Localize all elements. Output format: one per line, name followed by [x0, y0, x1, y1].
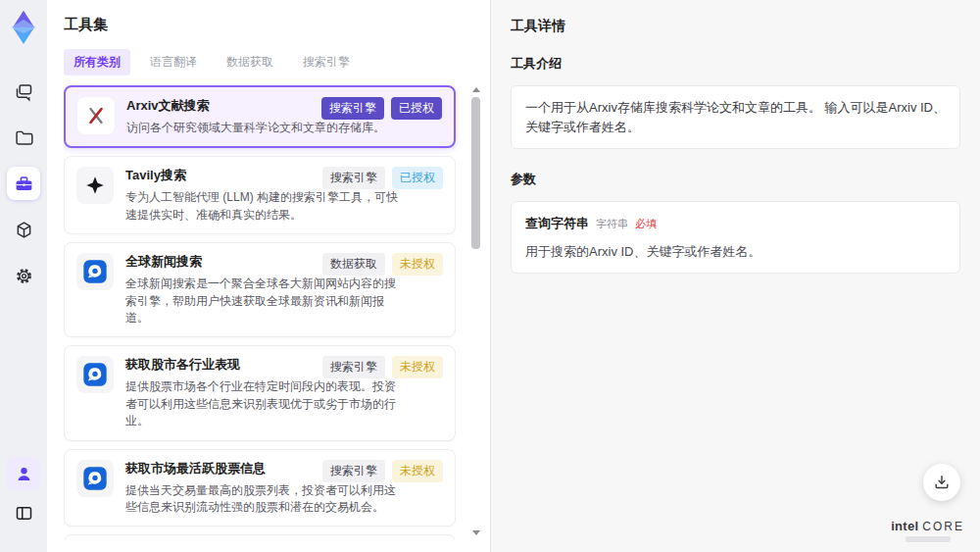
news-app-icon [76, 356, 114, 393]
core-brand-text: CORE [922, 520, 964, 533]
tab-language-translation[interactable]: 语言翻译 [140, 49, 207, 75]
arxiv-icon [77, 97, 115, 134]
tool-card-arxiv[interactable]: Arxiv文献搜索 访问各个研究领域大量科学论文和文章的存储库。 搜索引擎 已授… [64, 85, 456, 148]
auth-badge: 未授权 [392, 460, 443, 482]
tab-all-categories[interactable]: 所有类别 [64, 49, 130, 75]
sidebar-item-collapse[interactable] [7, 496, 40, 529]
sidebar-item-tools[interactable] [7, 167, 40, 200]
tool-intro-box: 一个用于从Arxiv存储库搜索科学论文和文章的工具。 输入可以是Arxiv ID… [511, 85, 960, 149]
detail-title: 工具详情 [511, 18, 960, 35]
param-name: 查询字符串 [525, 214, 589, 233]
sidebar [0, 0, 47, 552]
toolbox-icon [14, 174, 34, 194]
tool-card-regional-news[interactable]: 万维地区新闻查询 查询具体行政区划内的新闻，快速了解各地新闻动 搜索引擎 未授权 [64, 534, 456, 539]
page-title: 工具集 [64, 16, 490, 34]
auth-badge: 已授权 [392, 167, 443, 189]
tab-data-fetching[interactable]: 数据获取 [217, 49, 283, 75]
category-tabs: 所有类别 语言翻译 数据获取 搜索引擎 [64, 49, 490, 75]
news-app-icon [76, 460, 114, 497]
param-required-flag: 必填 [635, 216, 657, 232]
tool-description: 提供股票市场各个行业在特定时间段内的表现。投资者可以利用这些信息来识别表现优于或… [125, 378, 404, 429]
news-app-icon [76, 253, 114, 290]
param-description: 用于搜索的Arxiv ID、关键字或作者姓名。 [525, 242, 946, 262]
params-section-title: 参数 [511, 171, 960, 188]
tool-card-global-news[interactable]: 全球新闻搜索 全球新闻搜索是一个聚合全球各大新闻网站内容的搜索引擎，帮助用户快速… [64, 242, 456, 337]
tab-search-engine[interactable]: 搜索引擎 [293, 49, 360, 75]
panel-icon [14, 503, 34, 524]
auth-badge: 未授权 [392, 356, 443, 378]
sidebar-item-packages[interactable] [7, 213, 40, 246]
list-scrollbar [471, 85, 480, 539]
user-icon [14, 464, 34, 484]
download-icon [932, 473, 952, 492]
parameter-box: 查询字符串 字符串 必填 用于搜索的Arxiv ID、关键字或作者姓名。 [511, 201, 960, 274]
category-badge: 搜索引擎 [322, 167, 385, 189]
tool-description: 全球新闻搜索是一个聚合全球各大新闻网站内容的搜索引擎，帮助用户快速获取全球最新资… [125, 276, 404, 326]
tool-card-tavily[interactable]: Tavily搜索 专为人工智能代理 (LLM) 构建的搜索引擎工具，可快速提供实… [64, 156, 456, 234]
folder-icon [14, 127, 34, 148]
category-badge: 搜索引擎 [321, 97, 384, 120]
app-window: 工具集 所有类别 语言翻译 数据获取 搜索引擎 Arxiv文献搜索 访问各个研究… [0, 0, 980, 552]
tool-intro-text: 一个用于从Arxiv存储库搜索科学论文和文章的工具。 输入可以是Arxiv ID… [525, 100, 946, 134]
intro-section-title: 工具介绍 [511, 55, 960, 73]
tool-description: 访问各个研究领域大量科学论文和文章的存储库。 [126, 120, 385, 136]
sparkle-icon [76, 167, 114, 204]
auth-badge: 已授权 [391, 97, 442, 120]
category-badge: 数据获取 [322, 253, 385, 276]
intel-core-logo: intel CORE [891, 519, 964, 542]
download-button[interactable] [923, 464, 960, 501]
sidebar-item-files[interactable] [7, 121, 40, 154]
scrollbar-thumb[interactable] [471, 97, 480, 249]
gear-icon [14, 266, 34, 286]
cube-icon [14, 220, 34, 240]
app-logo-gem-icon [6, 8, 41, 47]
tool-list: Arxiv文献搜索 访问各个研究领域大量科学论文和文章的存储库。 搜索引擎 已授… [64, 85, 490, 539]
category-badge: 搜索引擎 [322, 356, 385, 378]
intel-sub-badge [906, 536, 951, 542]
tool-card-sector-performance[interactable]: 获取股市各行业表现 提供股票市场各个行业在特定时间段内的表现。投资者可以利用这些… [64, 345, 456, 440]
tool-description: 专为人工智能代理 (LLM) 构建的搜索引擎工具，可快速提供实时、准确和真实的结… [125, 189, 404, 224]
auth-badge: 未授权 [392, 253, 443, 276]
sidebar-item-settings[interactable] [7, 259, 40, 292]
tool-description: 提供当天交易量最高的股票列表，投资者可以利用这些信息来识别流动性强的股票和潜在的… [125, 482, 404, 517]
scroll-down-arrow[interactable] [472, 530, 480, 535]
tool-list-panel: 工具集 所有类别 语言翻译 数据获取 搜索引擎 Arxiv文献搜索 访问各个研究… [47, 0, 490, 552]
sidebar-item-chat[interactable] [7, 75, 40, 108]
param-type: 字符串 [596, 216, 628, 232]
tool-card-most-active-stocks[interactable]: 获取市场最活跃股票信息 提供当天交易量最高的股票列表，投资者可以利用这些信息来识… [64, 449, 456, 527]
chat-icon [14, 81, 34, 102]
intel-brand-text: intel [891, 519, 918, 533]
tool-detail-panel: 工具详情 工具介绍 一个用于从Arxiv存储库搜索科学论文和文章的工具。 输入可… [490, 0, 980, 552]
sidebar-item-account[interactable] [7, 457, 40, 490]
scroll-up-arrow[interactable] [472, 87, 480, 92]
category-badge: 搜索引擎 [322, 460, 385, 482]
